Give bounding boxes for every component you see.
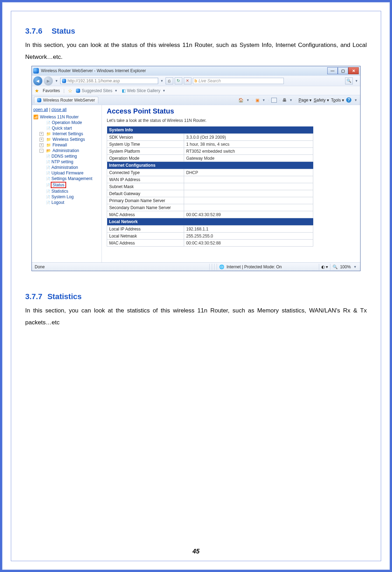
page-number: 45 (11, 548, 381, 555)
tree-item[interactable]: Upload Firmware (33, 170, 100, 176)
tree-item[interactable]: + Firewall (33, 142, 100, 148)
tree-item[interactable]: Settings Management (33, 176, 100, 181)
stop-button[interactable]: ✕ (184, 77, 191, 84)
print-icon[interactable]: 🖶 (282, 98, 287, 103)
row-value: 255.255.255.0 (184, 233, 313, 240)
window-title: Wireless Router WebServer - Windows Inte… (41, 68, 146, 73)
feeds-icon[interactable]: ▣ (255, 98, 259, 103)
tree-item[interactable]: Quick start (33, 125, 100, 131)
browser-tab[interactable]: Wireless Router WebServer (34, 97, 98, 103)
home-icon[interactable]: 🏠 (238, 98, 244, 103)
tree-item[interactable]: Logout (33, 200, 100, 205)
zoom-drop-icon[interactable]: ▼ (353, 265, 357, 269)
protected-mode-text: Internet | Protected Mode: On (226, 264, 282, 269)
row-key: Local Netmask (107, 233, 184, 240)
address-drop-icon[interactable]: ▼ (160, 79, 164, 83)
tree-item[interactable]: - Administration (33, 148, 100, 153)
row-key: Subnet Mask (107, 183, 184, 190)
tree-item[interactable]: + Wireless Settings (33, 137, 100, 142)
expander-icon[interactable]: + (40, 143, 43, 147)
favorites-star-icon[interactable]: ★ (35, 88, 39, 94)
close-all-link[interactable]: close all (51, 107, 66, 112)
tree-label: Firewall (52, 143, 67, 147)
tree-label: Operation Mode (52, 120, 82, 125)
tree-root[interactable]: 📶 Wireless 11N Router (33, 114, 100, 120)
tree-label: Settings Management (51, 176, 92, 181)
page-icon (62, 79, 66, 83)
section-376-heading: 3.7.6 Status (25, 27, 367, 36)
section-376-body: In this section, you can look at the sta… (25, 39, 367, 63)
minimize-button[interactable]: — (327, 67, 338, 74)
page-mode-icon[interactable]: ◐ ▾ (321, 264, 328, 269)
tree-item[interactable]: + Internet Settings (33, 131, 100, 137)
help-icon[interactable]: ? (346, 97, 351, 103)
tools-menu[interactable]: Tools ▾ (331, 98, 344, 103)
url-text: http://192.168.1.1/home.asp (68, 78, 120, 83)
row-value: 1 hour, 38 mins, 4 secs (184, 141, 313, 148)
tree-item[interactable]: Statistics (33, 188, 100, 194)
row-value: 00:0C:43:30:52:88 (184, 240, 313, 247)
tree-label: Statistics (51, 189, 68, 194)
open-all-link[interactable]: open all (33, 107, 48, 112)
bing-icon: b (195, 78, 197, 83)
tree-item[interactable]: Operation Mode (33, 120, 100, 125)
expander-icon[interactable]: + (40, 132, 43, 136)
zoom-level[interactable]: 100% (340, 264, 351, 269)
file-icon (46, 120, 50, 125)
fav-sep: | (63, 88, 64, 93)
expander-icon[interactable]: - (40, 149, 43, 153)
tree-label: Internet Settings (52, 131, 83, 136)
file-icon (46, 171, 50, 175)
page-subtitle: Let's take a look at the status of Wirel… (107, 118, 355, 123)
address-bar[interactable]: http://192.168.1.1/home.asp (60, 78, 158, 84)
zoom-icon[interactable]: 🔍 (332, 264, 338, 269)
folder-icon (46, 131, 51, 136)
search-box[interactable]: b Live Search (193, 78, 284, 84)
file-icon (46, 182, 50, 187)
tree-item[interactable]: Status (33, 181, 100, 188)
row-value: 3.3.0.0 (Oct 29 2009) (184, 134, 313, 141)
maximize-button[interactable]: ▢ (338, 67, 348, 74)
refresh-button[interactable]: ↻ (175, 77, 182, 84)
forward-button[interactable]: ► (44, 76, 53, 85)
tree-item[interactable]: DDNS setting (33, 153, 100, 159)
page-menu[interactable]: Page ▾ (299, 98, 312, 103)
folder-icon (46, 143, 51, 147)
readmail-icon[interactable] (271, 98, 277, 103)
ie-navbar: ◄ ► ▼ http://192.168.1.1/home.asp ▼ ⎙ ↻ … (32, 75, 360, 86)
compat-button[interactable]: ⎙ (166, 77, 173, 84)
ie-icon (33, 68, 39, 74)
tree-item[interactable]: NTP setting (33, 159, 100, 165)
command-bar: 🏠▼ · ▣▼ · · 🖶▼ · Page ▾ Safety ▾ Tools ▾… (238, 97, 358, 103)
row-value: 192.168.1.1 (184, 226, 313, 233)
ie-icon-small (76, 89, 80, 93)
ie-window: Wireless Router WebServer - Windows Inte… (31, 66, 360, 271)
row-value (184, 204, 313, 211)
close-button[interactable]: ✕ (348, 67, 359, 74)
tree-label: Quick start (52, 126, 72, 131)
row-value (184, 176, 313, 183)
tree-label: Status (51, 182, 66, 188)
webslice-link[interactable]: ◧ Web Slice Gallery ▼ (122, 88, 166, 93)
favorites-label[interactable]: Favorites (43, 88, 60, 93)
file-icon (46, 189, 50, 194)
tree-item[interactable]: System Log (33, 194, 100, 200)
row-value (184, 197, 313, 204)
expander-icon[interactable]: + (40, 138, 43, 142)
search-drop-icon[interactable]: ▼ (354, 79, 359, 83)
safety-menu[interactable]: Safety ▾ (314, 98, 329, 103)
ie-favorites-bar: ★ Favorites | ☆ Suggested Sites ▼ ◧ Web … (32, 86, 360, 95)
tree-item[interactable]: Administration (33, 165, 100, 170)
section-num-2: 3.7.7 (25, 292, 42, 301)
history-dropdown[interactable]: ▼ (54, 79, 59, 83)
status-table: System InfoSDK Version3.3.0.0 (Oct 29 20… (107, 126, 313, 247)
search-go-button[interactable]: 🔍 (345, 77, 353, 84)
row-value: 00:0C:43:30:52:89 (184, 211, 313, 218)
ie-status-bar: Done 🌐 Internet | Protected Mode: On ◐ ▾… (32, 262, 360, 271)
suggested-sites-link[interactable]: Suggested Sites ▼ (76, 88, 118, 93)
row-key: Operation Mode (107, 155, 184, 162)
row-key: MAC Address (107, 240, 184, 247)
back-button[interactable]: ◄ (33, 76, 42, 85)
section-num: 3.7.6 (25, 27, 42, 35)
table-row: Subnet Mask (107, 183, 313, 190)
